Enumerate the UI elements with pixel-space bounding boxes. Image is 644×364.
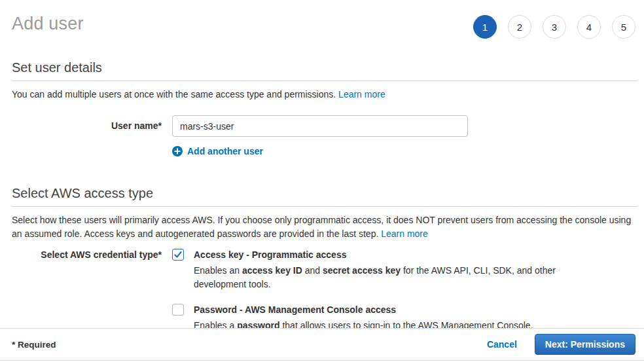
user-details-learn-more-link[interactable]: Learn more <box>338 89 385 100</box>
desc-text: and <box>302 265 323 276</box>
required-note: * Required <box>12 340 56 350</box>
add-another-user-label: Add another user <box>187 146 263 156</box>
wizard-step-5: 5 <box>612 15 635 39</box>
credential-options: Access key - Programmatic access Enables… <box>172 249 560 333</box>
checkmark-icon <box>174 251 182 259</box>
section-access-type: Select AWS access type Select how these … <box>0 186 644 333</box>
wizard-footer: * Required Cancel Next: Permissions <box>0 328 644 361</box>
user-details-heading: Set user details <box>12 60 637 75</box>
programmatic-access-text: Access key - Programmatic access Enables… <box>194 249 560 291</box>
wizard-step-4: 4 <box>577 15 601 39</box>
access-type-learn-more-link[interactable]: Learn more <box>381 228 428 239</box>
plus-circle-icon <box>172 146 183 156</box>
desc-text-bold: access key ID <box>242 265 302 276</box>
add-another-user-link[interactable]: Add another user <box>172 146 468 156</box>
username-row: User name* Add another user <box>12 115 637 156</box>
console-access-title: Password - AWS Management Console access <box>194 304 533 316</box>
wizard-step-3: 3 <box>543 15 566 39</box>
programmatic-access-title: Access key - Programmatic access <box>194 249 560 261</box>
page-title: Add user <box>12 11 84 36</box>
wizard-step-2-number: 2 <box>517 22 522 33</box>
credential-type-label: Select AWS credential type* <box>12 249 162 261</box>
next-permissions-button[interactable]: Next: Permissions <box>535 334 635 355</box>
wizard-step-1-number: 1 <box>482 22 488 33</box>
user-details-divider <box>12 81 637 81</box>
username-label: User name* <box>12 115 162 132</box>
wizard-step-3-number: 3 <box>552 22 557 33</box>
wizard-step-1: 1 <box>473 15 497 39</box>
username-input[interactable] <box>172 115 468 137</box>
desc-text: Enables an <box>194 265 242 276</box>
console-access-checkbox[interactable] <box>172 304 184 316</box>
user-details-intro-text: You can add multiple users at once with … <box>12 89 336 100</box>
access-type-heading: Select AWS access type <box>12 186 637 201</box>
programmatic-access-description: Enables an access key ID and secret acce… <box>194 264 560 291</box>
wizard-step-5-number: 5 <box>621 22 626 33</box>
access-type-intro-text: Select how these users will primarily ac… <box>12 215 631 239</box>
username-field-group: Add another user <box>172 115 468 156</box>
programmatic-access-checkbox[interactable] <box>172 249 184 261</box>
access-type-intro: Select how these users will primarily ac… <box>12 213 637 241</box>
desc-text-bold: secret access key <box>323 265 401 276</box>
credential-type-row: Select AWS credential type* Access key -… <box>12 249 637 333</box>
add-user-wizard-page: Add user 1 2 3 4 5 Set user details You … <box>0 0 644 364</box>
section-user-details: Set user details You can add multiple us… <box>0 60 644 156</box>
option-programmatic-access: Access key - Programmatic access Enables… <box>172 249 560 291</box>
cancel-button[interactable]: Cancel <box>487 339 517 350</box>
page-header: Add user 1 2 3 4 5 <box>0 0 644 39</box>
access-type-divider <box>12 206 637 207</box>
wizard-step-4-number: 4 <box>586 22 592 33</box>
wizard-steps: 1 2 3 4 5 <box>473 11 635 39</box>
wizard-step-2: 2 <box>508 15 531 39</box>
user-details-intro: You can add multiple users at once with … <box>12 88 637 101</box>
